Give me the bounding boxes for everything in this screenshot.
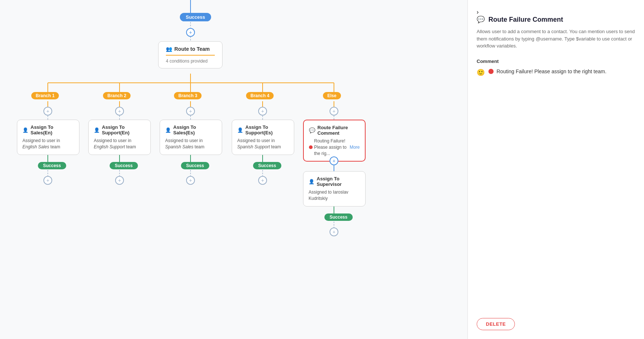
assign-sales-es-node[interactable]: 👤 Assign To Sales(Es) Assigned to user i… (160, 120, 222, 155)
connector-lines (0, 0, 467, 339)
delete-button[interactable]: DELETE (477, 318, 515, 330)
assign-supervisor-node[interactable]: 👤 Assign To Supervisor Assigned to Iaros… (303, 171, 366, 206)
node-title: Assign To Sales(En) (31, 124, 74, 135)
emoji-button[interactable]: 🙂 (477, 68, 485, 77)
success-branch3: Success (181, 162, 209, 169)
node-title: Route Failure Comment (317, 125, 360, 136)
workflow-canvas: Success + 👥 Route to Team 4 conditions p… (0, 0, 467, 339)
route-node-subtitle: 4 conditions provided (166, 59, 215, 64)
add-branch3[interactable]: + (186, 107, 195, 116)
panel-toggle-button[interactable]: › (477, 9, 635, 15)
panel-title-icon: 💬 (477, 15, 485, 24)
add-step-top[interactable]: + (186, 28, 195, 37)
add-after-success3[interactable]: + (186, 176, 195, 185)
branch-2-badge[interactable]: Branch 2 (103, 92, 131, 99)
right-panel: › 💬 Route Failure Comment Allows user to… (467, 0, 644, 339)
node-title: Assign To Sales(Es) (173, 124, 217, 135)
add-else[interactable]: + (330, 107, 338, 116)
add-after-success2[interactable]: + (115, 176, 124, 185)
panel-description: Allows user to add a comment to a contac… (477, 28, 635, 50)
success-branch1: Success (38, 162, 66, 169)
route-failure-node[interactable]: 💬 Route Failure Comment Routing Failure!… (303, 120, 366, 162)
panel-title: 💬 Route Failure Comment (477, 15, 635, 24)
node-title: Assign To Supervisor (317, 176, 360, 187)
else-badge[interactable]: Else (323, 92, 341, 99)
add-branch4[interactable]: + (258, 107, 267, 116)
node-title: Assign To Support(Es) (245, 124, 289, 135)
success-branch4: Success (253, 162, 281, 169)
red-dot-icon (488, 69, 494, 74)
branch-1-badge[interactable]: Branch 1 (31, 92, 59, 99)
assign-support-en-node[interactable]: 👤 Assign To Support(En) Assigned to user… (88, 120, 151, 155)
add-branch2[interactable]: + (115, 107, 124, 116)
add-after-success4[interactable]: + (258, 176, 267, 185)
assign-icon: 👤 (22, 127, 28, 133)
route-to-team-node[interactable]: 👥 Route to Team 4 conditions provided (158, 41, 223, 68)
add-after-success1[interactable]: + (43, 176, 52, 185)
comment-icon: 💬 (309, 127, 315, 133)
success-else: Success (324, 213, 353, 221)
branch-4-badge[interactable]: Branch 4 (246, 92, 274, 99)
node-body: Assigned to user in Spanish Sales team (165, 138, 217, 150)
comment-area: 🙂 Routing Failure! Please assign to the … (477, 68, 635, 77)
add-after-failure[interactable]: + (330, 156, 338, 165)
node-body: Assigned to user in English Sales team (22, 138, 74, 150)
route-icon: 👥 (166, 46, 172, 52)
node-title: Assign To Support(En) (102, 124, 145, 135)
top-success-badge: Success (180, 13, 211, 21)
add-branch1[interactable]: + (43, 107, 52, 116)
assign-icon: 👤 (94, 127, 100, 133)
supervisor-icon: 👤 (309, 179, 314, 184)
node-body: Assigned to user in English Support team (94, 138, 145, 150)
success-branch2: Success (110, 162, 138, 169)
assign-support-es-node[interactable]: 👤 Assign To Support(Es) Assigned to user… (232, 120, 294, 155)
node-body: Assigned to Iaroslav Kudritskiy (309, 189, 360, 202)
assign-sales-en-node[interactable]: 👤 Assign To Sales(En) Assigned to user i… (17, 120, 79, 155)
node-body: Assigned to user in Spanish Support team (237, 138, 289, 150)
comment-label: Comment (477, 59, 635, 64)
route-node-title: 👥 Route to Team (166, 46, 215, 56)
assign-icon: 👤 (165, 127, 171, 133)
branch-3-badge[interactable]: Branch 3 (174, 92, 202, 99)
assign-icon: 👤 (237, 127, 243, 133)
more-link[interactable]: More (350, 144, 360, 151)
node-body: Routing Failure! Please assign to the ri… (309, 138, 360, 156)
add-after-supervisor-success[interactable]: + (330, 227, 338, 236)
comment-content: Routing Failure! Please assign to the ri… (488, 68, 606, 74)
